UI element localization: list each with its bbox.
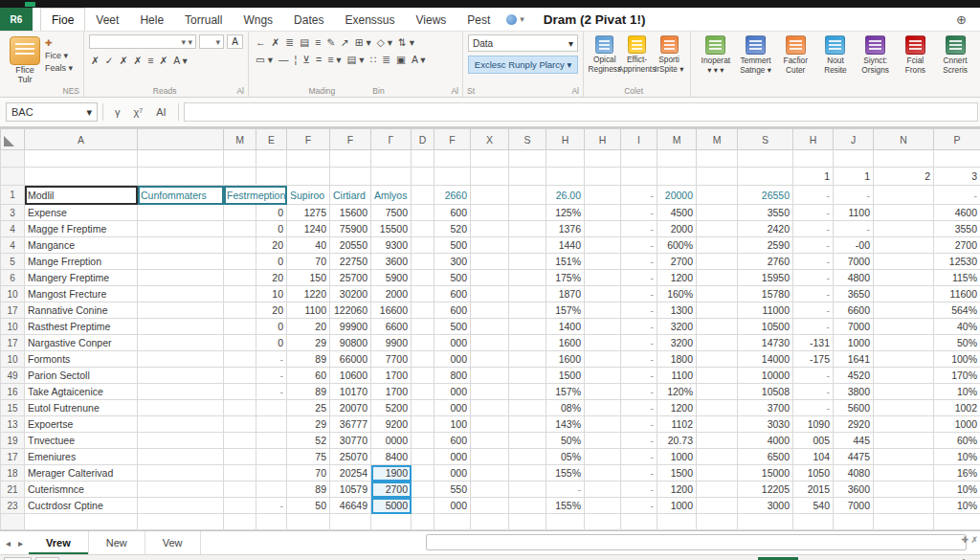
- cell-F[interactable]: 10170: [330, 384, 371, 400]
- cell-T[interactable]: [874, 351, 934, 368]
- cell-S[interactable]: -00: [834, 237, 874, 254]
- cell-D[interactable]: [256, 465, 287, 482]
- cell-A[interactable]: Take Agtaicenice: [25, 384, 138, 400]
- cell-I[interactable]: 520: [434, 221, 471, 237]
- cell-B[interactable]: [138, 498, 224, 514]
- ribbon-icon[interactable]: ✓: [103, 55, 116, 66]
- cell-J[interactable]: [471, 416, 509, 433]
- cell-Q[interactable]: 10508: [738, 384, 793, 400]
- cell-T[interactable]: [874, 368, 934, 384]
- cell-A[interactable]: Magge f Freptime: [25, 221, 138, 237]
- cell-T[interactable]: [874, 286, 934, 302]
- cell-U[interactable]: 1000: [934, 416, 980, 433]
- cell-U[interactable]: 170%: [934, 368, 980, 384]
- row-header[interactable]: 21: [1, 482, 25, 498]
- cell-B[interactable]: [138, 335, 224, 351]
- font-size-combo[interactable]: ▾: [199, 34, 224, 49]
- cell-G[interactable]: 7500: [371, 205, 412, 221]
- cell-T[interactable]: 2: [874, 168, 934, 186]
- cell-D[interactable]: 0: [256, 221, 287, 237]
- cell-F[interactable]: [330, 514, 371, 530]
- cell-A[interactable]: Mangost Frecture: [25, 286, 138, 302]
- cell-B[interactable]: [138, 482, 224, 498]
- cell-H[interactable]: [412, 205, 434, 221]
- cell-H[interactable]: [412, 168, 434, 186]
- cell-A[interactable]: [25, 514, 138, 530]
- cell-B[interactable]: [138, 465, 224, 482]
- cell-Q[interactable]: 12205: [738, 482, 793, 498]
- cell-S[interactable]: 4080: [834, 465, 874, 482]
- cell-O[interactable]: [657, 514, 697, 530]
- cell-L[interactable]: -: [546, 482, 585, 498]
- ribbon-icon[interactable]: ✗: [131, 55, 144, 66]
- cell-O[interactable]: 20000: [657, 186, 697, 205]
- ribbon-button-sporti[interactable]: SportiIrSpite ▾: [653, 34, 684, 74]
- cell-I[interactable]: [434, 168, 471, 186]
- cell-F[interactable]: 10600: [330, 368, 371, 384]
- cell-G[interactable]: 9200: [371, 416, 412, 433]
- cell-I[interactable]: [434, 150, 471, 168]
- cell-U[interactable]: 3: [934, 168, 980, 186]
- cell-C[interactable]: [224, 286, 256, 302]
- cell-Q[interactable]: [738, 168, 793, 186]
- col-header-E[interactable]: F: [287, 129, 330, 150]
- cell-J[interactable]: [471, 368, 509, 384]
- cell-J[interactable]: [471, 319, 509, 335]
- cell-E[interactable]: 25: [287, 400, 330, 416]
- cell-K[interactable]: [509, 400, 546, 416]
- cell-H[interactable]: [412, 514, 434, 530]
- cell-S[interactable]: 7000: [834, 254, 874, 270]
- cell-D[interactable]: [256, 168, 287, 186]
- cell-T[interactable]: [874, 465, 934, 482]
- cell-A[interactable]: Eutol Futrenune: [25, 400, 138, 416]
- col-header-F[interactable]: F: [330, 129, 371, 150]
- cell-L[interactable]: 155%: [546, 465, 585, 482]
- cell-U[interactable]: 12530: [934, 254, 980, 270]
- cell-F[interactable]: 99900: [330, 319, 371, 335]
- cell-D[interactable]: [256, 150, 287, 168]
- ribbon-icon[interactable]: —: [277, 54, 291, 65]
- cell-G[interactable]: 1900: [371, 465, 412, 482]
- cell-K[interactable]: [509, 449, 546, 465]
- cell-S[interactable]: 4800: [834, 270, 874, 286]
- cell-T[interactable]: [874, 416, 934, 433]
- cell-F[interactable]: 36777: [330, 416, 371, 433]
- cell-K[interactable]: [509, 465, 546, 482]
- cell-I[interactable]: 500: [434, 237, 471, 254]
- cell-L[interactable]: [546, 514, 585, 530]
- cell-M[interactable]: [585, 449, 621, 465]
- cell-N[interactable]: [621, 168, 657, 186]
- cell-F[interactable]: 30200: [330, 286, 371, 302]
- cell-P[interactable]: [697, 168, 738, 186]
- cell-L[interactable]: 05%: [546, 449, 585, 465]
- cell-N[interactable]: -: [621, 498, 657, 514]
- cell-H[interactable]: [412, 368, 434, 384]
- row-header[interactable]: 6: [1, 270, 25, 286]
- menu-tab-hele[interactable]: Hele: [129, 8, 174, 31]
- ribbon-icon[interactable]: ≣: [283, 36, 296, 48]
- cell-Q[interactable]: 15000: [738, 465, 793, 482]
- ribbon-button-fcial[interactable]: FcialFrons: [896, 34, 935, 75]
- ribbon-icon[interactable]: ▤ ▾: [345, 54, 367, 65]
- row-header[interactable]: 17: [1, 449, 25, 465]
- cell-N[interactable]: -: [621, 465, 657, 482]
- cell-P[interactable]: [697, 514, 738, 530]
- cell-K[interactable]: [509, 514, 546, 530]
- cell-D[interactable]: 20: [256, 302, 287, 319]
- cell-H[interactable]: [412, 221, 434, 237]
- cell-F[interactable]: 122060: [330, 302, 371, 319]
- app-logo[interactable]: R6: [0, 8, 33, 31]
- cell-O[interactable]: 1000: [657, 449, 697, 465]
- cell-D[interactable]: -: [256, 498, 287, 514]
- cell-S[interactable]: 1100: [834, 205, 874, 221]
- cell-I[interactable]: [434, 514, 471, 530]
- cell-C[interactable]: [224, 416, 256, 433]
- cell-D[interactable]: 0: [256, 254, 287, 270]
- cell-L[interactable]: 08%: [546, 400, 585, 416]
- cell-L[interactable]: 125%: [546, 205, 585, 221]
- cell-F[interactable]: 46649: [330, 498, 371, 514]
- cell-A[interactable]: Nargastive Conper: [25, 335, 138, 351]
- cell-R[interactable]: -: [793, 270, 834, 286]
- cell-O[interactable]: 1200: [657, 270, 697, 286]
- cell-G[interactable]: [371, 168, 412, 186]
